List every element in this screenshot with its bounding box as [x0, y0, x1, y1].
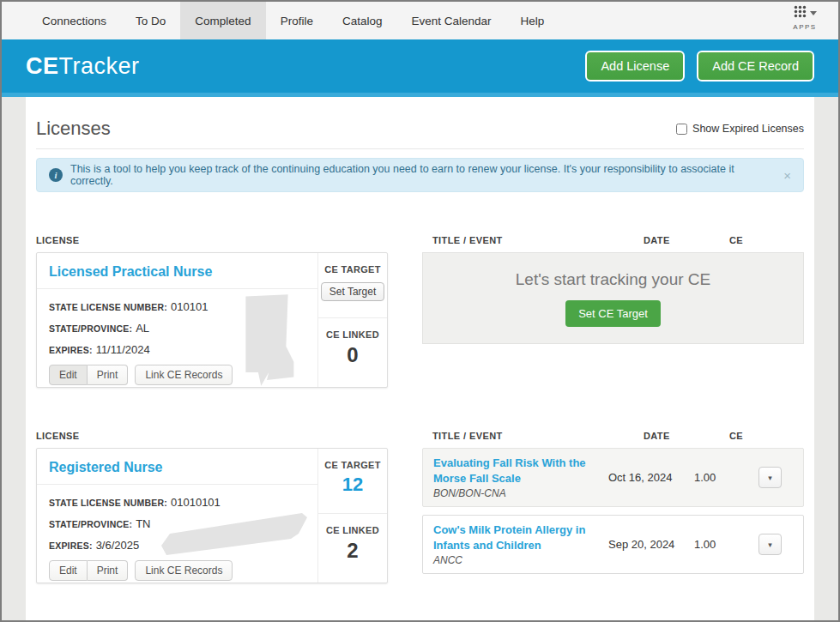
- nav-item-catalog[interactable]: Catalog: [328, 2, 397, 39]
- title-event-column-header: TITLE / EVENT: [432, 431, 644, 443]
- title-event-column-header: TITLE / EVENT: [432, 235, 644, 247]
- main-area: Licenses Show Expired Licenses i This is…: [2, 97, 838, 620]
- ce-target-label: CE TARGET: [318, 460, 387, 470]
- ce-empty-state: Let's start tracking your CE Set CE Targ…: [422, 252, 804, 344]
- logo-tracker: Tracker: [59, 53, 140, 79]
- state-province-label: STATE/PROVINCE:: [49, 323, 132, 334]
- license-card-rn: Registered Nurse STATE LICENSE NUMBER:01…: [36, 448, 388, 583]
- state-license-number-value: 010101: [171, 300, 208, 313]
- ce-linked-count: 2: [318, 539, 387, 563]
- ce-record-title-link[interactable]: Cow's Milk Protein Allergy in Infants an…: [433, 522, 601, 553]
- ce-table-header: TITLE / EVENT DATE CE: [422, 235, 804, 247]
- expires-value: 3/6/2025: [96, 539, 140, 552]
- license-section-label: LICENSE: [36, 235, 388, 247]
- state-province-value: AL: [136, 322, 149, 335]
- set-ce-target-button[interactable]: Set CE Target: [565, 300, 661, 327]
- edit-button[interactable]: Edit: [49, 365, 88, 385]
- ce-linked-count: 0: [318, 343, 387, 367]
- show-expired-licenses-label: Show Expired Licenses: [692, 123, 804, 135]
- license-name-link[interactable]: Licensed Practical Nurse: [49, 264, 212, 279]
- ce-record-row: Evaluating Fall Risk With the Morse Fall…: [422, 448, 804, 507]
- ce-tracker-logo: CETracker: [26, 53, 140, 80]
- license-section-label: LICENSE: [36, 431, 388, 443]
- nav-item-todo[interactable]: To Do: [121, 2, 180, 39]
- nav-item-profile[interactable]: Profile: [266, 2, 328, 39]
- add-license-button[interactable]: Add License: [585, 51, 685, 82]
- ce-target-label: CE TARGET: [318, 264, 387, 275]
- show-expired-licenses-checkbox[interactable]: [676, 124, 687, 135]
- ce-column-header: CE: [729, 235, 794, 247]
- date-column-header: DATE: [644, 431, 729, 443]
- show-expired-licenses-control[interactable]: Show Expired Licenses: [676, 123, 804, 135]
- expires-label: EXPIRES:: [49, 345, 93, 355]
- state-province-value: TN: [136, 517, 150, 530]
- ce-table-header: TITLE / EVENT DATE CE: [422, 431, 804, 443]
- license-card-lpn: Licensed Practical Nurse STATE LICENSE N…: [36, 252, 388, 388]
- chevron-down-icon: [810, 11, 817, 15]
- ce-record-credits: 1.00: [694, 471, 758, 484]
- logo-ce: CE: [26, 53, 59, 79]
- ce-record-title-link[interactable]: Evaluating Fall Risk With the Morse Fall…: [433, 456, 601, 486]
- apps-menu-label: APPS: [785, 23, 825, 31]
- ce-record-credits: 1.00: [694, 538, 758, 551]
- brand-header: CETracker Add License Add CE Record: [2, 39, 838, 93]
- ce-record-date: Oct 16, 2024: [608, 471, 694, 484]
- link-ce-records-button[interactable]: Link CE Records: [135, 560, 233, 581]
- record-actions-dropdown-button[interactable]: ▾: [758, 467, 782, 488]
- caret-down-icon: ▾: [768, 474, 772, 482]
- link-ce-records-button[interactable]: Link CE Records: [135, 365, 233, 385]
- info-banner: i This is a tool to help you keep track …: [36, 158, 804, 192]
- ce-target-count: 12: [318, 474, 387, 496]
- date-column-header: DATE: [644, 235, 729, 247]
- apps-grid-icon: [794, 5, 807, 21]
- caret-down-icon: ▾: [768, 540, 772, 549]
- nav-item-connections[interactable]: Connections: [27, 2, 121, 39]
- apps-menu-button[interactable]: APPS: [785, 5, 825, 31]
- license-row-1: LICENSE Licensed Practical Nurse STATE L…: [36, 235, 804, 388]
- license-name-link[interactable]: Registered Nurse: [49, 460, 163, 474]
- add-ce-record-button[interactable]: Add CE Record: [697, 51, 814, 82]
- ce-record-row: Cow's Milk Protein Allergy in Infants an…: [422, 515, 804, 574]
- info-banner-text: This is a tool to help you keep track of…: [70, 163, 775, 187]
- expires-label: EXPIRES:: [49, 540, 93, 551]
- close-icon[interactable]: ×: [775, 168, 791, 183]
- state-license-number-value: 01010101: [171, 496, 221, 509]
- print-button[interactable]: Print: [88, 365, 129, 385]
- state-license-number-label: STATE LICENSE NUMBER:: [49, 498, 167, 508]
- nav-item-event-calendar[interactable]: Event Calendar: [396, 2, 505, 39]
- state-license-number-label: STATE LICENSE NUMBER:: [49, 302, 167, 312]
- license-row-2: LICENSE Registered Nurse STATE LICENSE N…: [36, 431, 804, 583]
- page-title: Licenses: [36, 118, 111, 140]
- expires-value: 11/11/2024: [96, 343, 150, 356]
- print-button[interactable]: Print: [88, 560, 129, 581]
- empty-state-message: Let's start tracking your CE: [516, 270, 711, 289]
- nav-item-completed[interactable]: Completed: [180, 2, 265, 39]
- content-panel: Licenses Show Expired Licenses i This is…: [26, 97, 814, 620]
- app-window: Connections To Do Completed Profile Cata…: [0, 0, 840, 622]
- set-target-button[interactable]: Set Target: [321, 282, 384, 301]
- edit-button[interactable]: Edit: [49, 560, 88, 581]
- record-actions-dropdown-button[interactable]: ▾: [758, 534, 782, 555]
- nav-item-help[interactable]: Help: [506, 2, 559, 39]
- state-province-label: STATE/PROVINCE:: [49, 519, 132, 529]
- ce-record-provider: BON/BON-CNA: [433, 487, 601, 499]
- title-divider: [36, 148, 804, 149]
- top-navigation: Connections To Do Completed Profile Cata…: [2, 2, 838, 39]
- ce-record-provider: ANCC: [433, 554, 601, 566]
- info-icon: i: [49, 168, 63, 182]
- ce-column-header: CE: [729, 431, 794, 443]
- ce-linked-label: CE LINKED: [318, 329, 387, 340]
- ce-linked-label: CE LINKED: [318, 525, 387, 535]
- ce-record-date: Sep 20, 2024: [608, 538, 694, 551]
